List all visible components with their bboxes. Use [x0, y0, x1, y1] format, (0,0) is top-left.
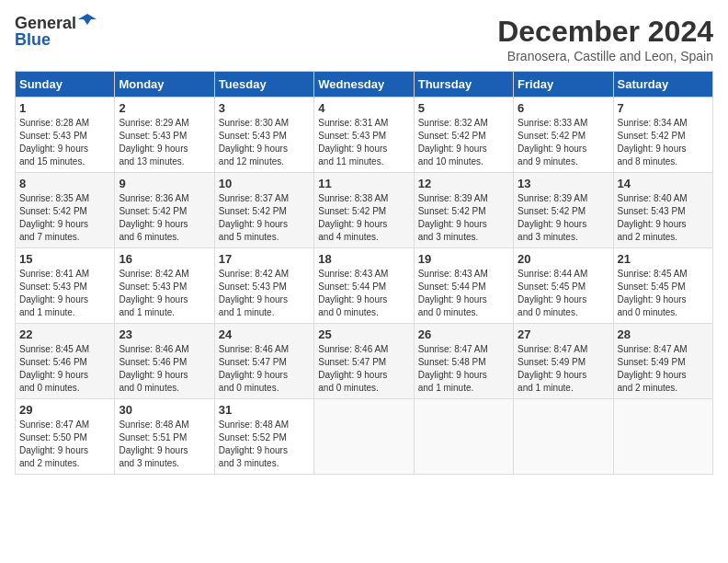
page-header: General Blue December 2024 Branosera, Ca… — [15, 15, 713, 63]
title-block: December 2024 Branosera, Castille and Le… — [497, 15, 713, 63]
day-number: 7 — [618, 101, 709, 115]
day-number: 2 — [119, 101, 210, 115]
day-info: Sunrise: 8:47 AM Sunset: 5:50 PM Dayligh… — [19, 419, 110, 470]
day-number: 28 — [618, 327, 709, 341]
day-number: 19 — [418, 252, 509, 266]
day-info: Sunrise: 8:41 AM Sunset: 5:43 PM Dayligh… — [19, 268, 110, 319]
calendar-cell: 22Sunrise: 8:45 AM Sunset: 5:46 PM Dayli… — [16, 324, 115, 399]
calendar-cell — [414, 399, 513, 475]
day-info: Sunrise: 8:32 AM Sunset: 5:42 PM Dayligh… — [418, 117, 509, 168]
column-header-sunday: Sunday — [16, 72, 115, 98]
calendar-cell — [314, 399, 414, 475]
calendar-week-row-4: 22Sunrise: 8:45 AM Sunset: 5:46 PM Dayli… — [16, 324, 713, 399]
day-number: 11 — [318, 177, 409, 190]
day-info: Sunrise: 8:35 AM Sunset: 5:42 PM Dayligh… — [19, 192, 110, 244]
calendar-cell: 24Sunrise: 8:46 AM Sunset: 5:47 PM Dayli… — [214, 324, 313, 399]
calendar-cell: 20Sunrise: 8:44 AM Sunset: 5:45 PM Dayli… — [514, 248, 613, 324]
day-number: 20 — [518, 252, 609, 266]
calendar-cell: 26Sunrise: 8:47 AM Sunset: 5:48 PM Dayli… — [414, 324, 513, 399]
day-info: Sunrise: 8:33 AM Sunset: 5:42 PM Dayligh… — [518, 117, 609, 168]
day-number: 10 — [219, 177, 310, 190]
logo: General Blue — [15, 15, 97, 48]
calendar-cell: 17Sunrise: 8:42 AM Sunset: 5:43 PM Dayli… — [214, 248, 313, 324]
day-number: 13 — [518, 177, 609, 190]
calendar-cell — [613, 399, 712, 475]
day-number: 27 — [518, 327, 609, 341]
logo-general-text: General — [15, 15, 76, 31]
calendar-cell: 13Sunrise: 8:39 AM Sunset: 5:42 PM Dayli… — [514, 173, 613, 248]
day-number: 1 — [19, 101, 110, 115]
day-number: 31 — [219, 403, 310, 417]
day-number: 3 — [219, 101, 310, 115]
column-header-monday: Monday — [115, 72, 214, 98]
day-number: 16 — [119, 252, 210, 266]
column-header-wednesday: Wednesday — [314, 72, 414, 98]
calendar-cell: 23Sunrise: 8:46 AM Sunset: 5:46 PM Dayli… — [115, 324, 214, 399]
day-info: Sunrise: 8:47 AM Sunset: 5:49 PM Dayligh… — [518, 343, 609, 395]
day-number: 29 — [19, 403, 110, 417]
calendar-week-row-5: 29Sunrise: 8:47 AM Sunset: 5:50 PM Dayli… — [16, 399, 713, 475]
column-header-thursday: Thursday — [414, 72, 513, 98]
calendar-cell: 14Sunrise: 8:40 AM Sunset: 5:43 PM Dayli… — [613, 173, 712, 248]
day-info: Sunrise: 8:31 AM Sunset: 5:43 PM Dayligh… — [318, 117, 409, 168]
calendar-cell: 2Sunrise: 8:29 AM Sunset: 5:43 PM Daylig… — [115, 98, 214, 173]
logo-bird-icon — [78, 12, 97, 30]
day-number: 24 — [219, 327, 310, 341]
svg-marker-0 — [78, 14, 97, 25]
calendar-header-row: SundayMondayTuesdayWednesdayThursdayFrid… — [16, 72, 713, 98]
day-number: 5 — [418, 101, 509, 115]
calendar-cell: 27Sunrise: 8:47 AM Sunset: 5:49 PM Dayli… — [514, 324, 613, 399]
calendar-cell: 16Sunrise: 8:42 AM Sunset: 5:43 PM Dayli… — [115, 248, 214, 324]
day-info: Sunrise: 8:45 AM Sunset: 5:45 PM Dayligh… — [618, 268, 709, 319]
day-info: Sunrise: 8:43 AM Sunset: 5:44 PM Dayligh… — [318, 268, 409, 319]
calendar-cell: 3Sunrise: 8:30 AM Sunset: 5:43 PM Daylig… — [214, 98, 313, 173]
calendar-cell: 10Sunrise: 8:37 AM Sunset: 5:42 PM Dayli… — [214, 173, 313, 248]
day-info: Sunrise: 8:36 AM Sunset: 5:42 PM Dayligh… — [119, 192, 210, 244]
calendar-week-row-3: 15Sunrise: 8:41 AM Sunset: 5:43 PM Dayli… — [16, 248, 713, 324]
day-info: Sunrise: 8:46 AM Sunset: 5:47 PM Dayligh… — [219, 343, 310, 395]
day-info: Sunrise: 8:47 AM Sunset: 5:48 PM Dayligh… — [418, 343, 509, 395]
day-number: 17 — [219, 252, 310, 266]
calendar-cell: 31Sunrise: 8:48 AM Sunset: 5:52 PM Dayli… — [214, 399, 313, 475]
calendar-cell: 21Sunrise: 8:45 AM Sunset: 5:45 PM Dayli… — [613, 248, 712, 324]
day-info: Sunrise: 8:28 AM Sunset: 5:43 PM Dayligh… — [19, 117, 110, 168]
day-info: Sunrise: 8:42 AM Sunset: 5:43 PM Dayligh… — [119, 268, 210, 319]
calendar-cell: 8Sunrise: 8:35 AM Sunset: 5:42 PM Daylig… — [16, 173, 115, 248]
day-number: 12 — [418, 177, 509, 190]
day-number: 14 — [618, 177, 709, 190]
calendar-cell: 9Sunrise: 8:36 AM Sunset: 5:42 PM Daylig… — [115, 173, 214, 248]
calendar-cell: 7Sunrise: 8:34 AM Sunset: 5:42 PM Daylig… — [613, 98, 712, 173]
day-info: Sunrise: 8:34 AM Sunset: 5:42 PM Dayligh… — [618, 117, 709, 168]
calendar-cell: 19Sunrise: 8:43 AM Sunset: 5:44 PM Dayli… — [414, 248, 513, 324]
calendar-cell — [514, 399, 613, 475]
calendar-cell: 15Sunrise: 8:41 AM Sunset: 5:43 PM Dayli… — [16, 248, 115, 324]
day-number: 15 — [19, 252, 110, 266]
day-info: Sunrise: 8:45 AM Sunset: 5:46 PM Dayligh… — [19, 343, 110, 395]
day-info: Sunrise: 8:48 AM Sunset: 5:52 PM Dayligh… — [219, 419, 310, 470]
calendar-cell: 4Sunrise: 8:31 AM Sunset: 5:43 PM Daylig… — [314, 98, 414, 173]
day-info: Sunrise: 8:29 AM Sunset: 5:43 PM Dayligh… — [119, 117, 210, 168]
column-header-tuesday: Tuesday — [214, 72, 313, 98]
calendar-cell: 29Sunrise: 8:47 AM Sunset: 5:50 PM Dayli… — [16, 399, 115, 475]
day-number: 22 — [19, 327, 110, 341]
column-header-saturday: Saturday — [613, 72, 712, 98]
column-header-friday: Friday — [514, 72, 613, 98]
day-info: Sunrise: 8:46 AM Sunset: 5:47 PM Dayligh… — [318, 343, 409, 395]
day-info: Sunrise: 8:39 AM Sunset: 5:42 PM Dayligh… — [518, 192, 609, 244]
day-info: Sunrise: 8:44 AM Sunset: 5:45 PM Dayligh… — [518, 268, 609, 319]
day-info: Sunrise: 8:42 AM Sunset: 5:43 PM Dayligh… — [219, 268, 310, 319]
day-number: 25 — [318, 327, 409, 341]
calendar-cell: 11Sunrise: 8:38 AM Sunset: 5:42 PM Dayli… — [314, 173, 414, 248]
location-subtitle: Branosera, Castille and Leon, Spain — [497, 49, 713, 63]
calendar-cell: 12Sunrise: 8:39 AM Sunset: 5:42 PM Dayli… — [414, 173, 513, 248]
calendar-week-row-2: 8Sunrise: 8:35 AM Sunset: 5:42 PM Daylig… — [16, 173, 713, 248]
day-number: 21 — [618, 252, 709, 266]
calendar-cell: 25Sunrise: 8:46 AM Sunset: 5:47 PM Dayli… — [314, 324, 414, 399]
day-number: 9 — [119, 177, 210, 190]
day-number: 23 — [119, 327, 210, 341]
day-info: Sunrise: 8:37 AM Sunset: 5:42 PM Dayligh… — [219, 192, 310, 244]
day-info: Sunrise: 8:38 AM Sunset: 5:42 PM Dayligh… — [318, 192, 409, 244]
day-info: Sunrise: 8:46 AM Sunset: 5:46 PM Dayligh… — [119, 343, 210, 395]
day-info: Sunrise: 8:48 AM Sunset: 5:51 PM Dayligh… — [119, 419, 210, 470]
calendar-week-row-1: 1Sunrise: 8:28 AM Sunset: 5:43 PM Daylig… — [16, 98, 713, 173]
